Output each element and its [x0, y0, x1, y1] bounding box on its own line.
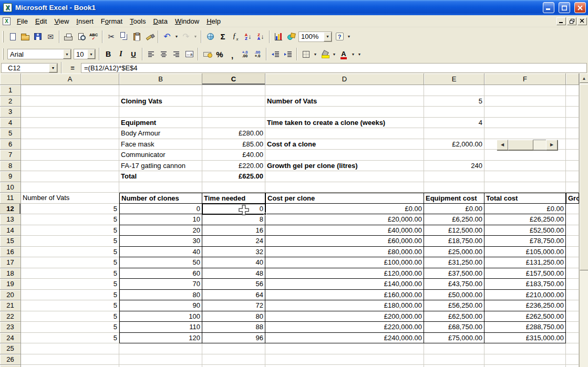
- cell-D4[interactable]: Time taken to create a clone (weeks): [265, 118, 424, 129]
- row-header-3[interactable]: 3: [0, 107, 21, 118]
- cell-B10[interactable]: [119, 182, 202, 193]
- borders-button[interactable]: [300, 48, 312, 60]
- cell-A24[interactable]: 5: [21, 333, 119, 344]
- cell-C16[interactable]: 32: [202, 247, 265, 258]
- cell-C7[interactable]: £40.00: [202, 150, 265, 161]
- row-header-21[interactable]: 21: [0, 300, 21, 311]
- redo-button[interactable]: ↷: [180, 30, 192, 43]
- scrollbar-control-thumb[interactable]: [508, 140, 533, 150]
- row-header-15[interactable]: 15: [0, 236, 21, 247]
- cell-G7[interactable]: [566, 150, 579, 161]
- paste-button[interactable]: [130, 30, 143, 43]
- cell-E26[interactable]: [424, 354, 484, 365]
- cell-C17[interactable]: 40: [202, 257, 265, 268]
- cell-A16[interactable]: 5: [21, 247, 119, 258]
- cell-D22[interactable]: £200,000.00: [265, 311, 424, 322]
- menu-view[interactable]: View: [50, 16, 73, 27]
- workbook-minimize-button[interactable]: [556, 17, 566, 25]
- cell-G1[interactable]: [566, 85, 579, 96]
- cell-C24[interactable]: 96: [202, 333, 265, 344]
- cell-A27[interactable]: [21, 365, 119, 367]
- row-header-23[interactable]: 23: [0, 322, 21, 333]
- cell-C10[interactable]: [202, 182, 265, 193]
- cell-F13[interactable]: £26,250.00: [484, 214, 566, 225]
- menu-file[interactable]: File: [13, 16, 32, 27]
- scrollbar-left-button[interactable]: ◀: [497, 140, 508, 150]
- cell-B13[interactable]: 10: [119, 214, 202, 225]
- row-header-8[interactable]: 8: [0, 161, 21, 172]
- cell-G25[interactable]: [566, 343, 579, 354]
- cell-C5[interactable]: £280.00: [202, 128, 265, 139]
- cell-G24[interactable]: [566, 333, 579, 344]
- row-header-24[interactable]: 24: [0, 333, 21, 344]
- align-center-button[interactable]: [158, 48, 170, 60]
- cell-F23[interactable]: £288,750.00: [484, 322, 566, 333]
- cell-D5[interactable]: [265, 128, 424, 139]
- cell-E10[interactable]: [424, 182, 484, 193]
- cell-D12[interactable]: £0.00: [265, 204, 424, 215]
- cell-B26[interactable]: [119, 354, 202, 365]
- cell-C14[interactable]: 16: [202, 225, 265, 236]
- cell-B1[interactable]: [119, 85, 202, 96]
- cell-F25[interactable]: [484, 343, 566, 354]
- scrollbar-thumb[interactable]: [580, 84, 588, 270]
- insert-hyperlink-button[interactable]: [204, 30, 216, 43]
- cell-A20[interactable]: 5: [21, 290, 119, 301]
- cell-G9[interactable]: [566, 171, 579, 182]
- new-document-button[interactable]: [6, 30, 19, 43]
- cell-D3[interactable]: [265, 107, 424, 118]
- cell-G16[interactable]: [566, 247, 579, 258]
- format-painter-button[interactable]: [143, 30, 156, 43]
- cell-E21[interactable]: £56,250.00: [424, 300, 484, 311]
- row-header-9[interactable]: 9: [0, 171, 21, 182]
- email-button[interactable]: ✉: [44, 30, 57, 43]
- toolbar-grip[interactable]: [2, 48, 4, 60]
- cell-B23[interactable]: 110: [119, 322, 202, 333]
- currency-button[interactable]: [201, 48, 213, 60]
- cell-E1[interactable]: [424, 85, 484, 96]
- cell-G6[interactable]: [566, 139, 579, 150]
- cell-A17[interactable]: 5: [21, 257, 119, 268]
- toolbar-options-button[interactable]: ▼: [356, 48, 363, 60]
- cell-F9[interactable]: [484, 171, 566, 182]
- menu-edit[interactable]: Edit: [32, 16, 50, 27]
- font-color-button[interactable]: A: [337, 48, 350, 60]
- cell-A6[interactable]: [21, 139, 119, 150]
- save-button[interactable]: [32, 30, 44, 43]
- cell-B25[interactable]: [119, 343, 202, 354]
- row-header-25[interactable]: 25: [0, 343, 21, 354]
- scrollbar-control-track[interactable]: [533, 140, 546, 150]
- cell-G14[interactable]: [566, 225, 579, 236]
- select-all-corner[interactable]: [0, 74, 21, 85]
- cell-B11[interactable]: Number of clones: [119, 193, 202, 204]
- cell-D7[interactable]: [265, 150, 424, 161]
- vertical-scrollbar[interactable]: ▲: [579, 74, 588, 367]
- underline-button[interactable]: U: [127, 48, 140, 60]
- column-header-C[interactable]: C: [202, 74, 265, 85]
- cell-E4[interactable]: 4: [424, 118, 484, 129]
- cell-D18[interactable]: £120,000.00: [265, 268, 424, 279]
- menu-tools[interactable]: Tools: [126, 16, 149, 27]
- column-header-F[interactable]: F: [484, 74, 566, 85]
- cell-G17[interactable]: [566, 257, 579, 268]
- cell-E8[interactable]: 240: [424, 161, 484, 172]
- cell-B27[interactable]: [119, 365, 202, 367]
- cell-D13[interactable]: £20,000.00: [265, 214, 424, 225]
- cell-B2[interactable]: Cloning Vats: [119, 96, 202, 107]
- cell-E2[interactable]: 5: [424, 96, 484, 107]
- cell-C13[interactable]: 8: [202, 214, 265, 225]
- cell-F11[interactable]: Total cost: [484, 193, 566, 204]
- cell-E25[interactable]: [424, 343, 484, 354]
- align-right-button[interactable]: [170, 48, 183, 60]
- cell-C11[interactable]: Time needed: [202, 193, 265, 204]
- cell-G3[interactable]: [566, 107, 579, 118]
- cell-C4[interactable]: [202, 118, 265, 129]
- font-color-dropdown-button[interactable]: ▼: [350, 48, 356, 60]
- cell-D17[interactable]: £100,000.00: [265, 257, 424, 268]
- cell-A23[interactable]: 5: [21, 322, 119, 333]
- cell-E11[interactable]: Equipment cost: [424, 193, 484, 204]
- cell-A12[interactable]: 5: [21, 204, 119, 215]
- cell-A19[interactable]: 5: [21, 279, 119, 290]
- cell-G27[interactable]: [566, 365, 579, 367]
- cell-G26[interactable]: [566, 354, 579, 365]
